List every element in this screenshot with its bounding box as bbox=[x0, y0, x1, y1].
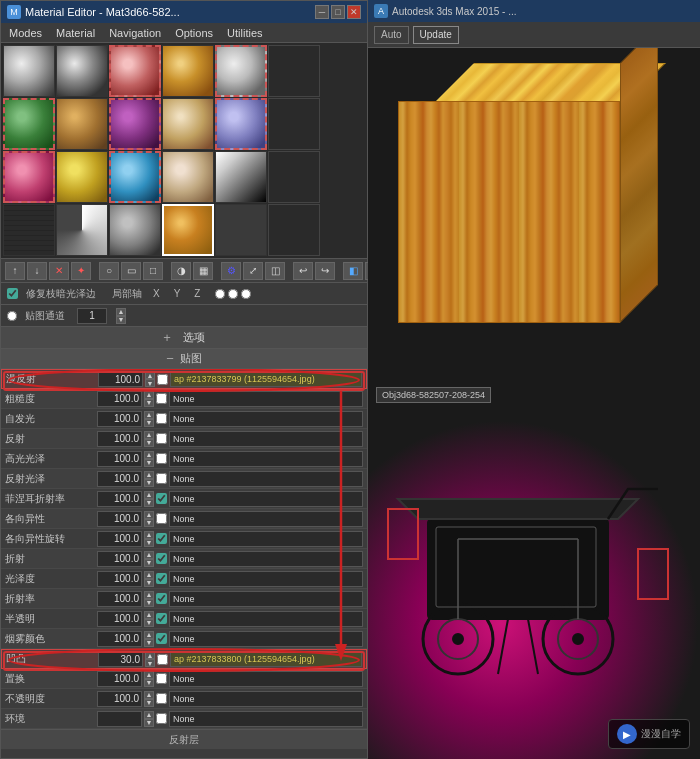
material-sphere-1[interactable] bbox=[3, 45, 55, 97]
param-value-refract[interactable] bbox=[97, 551, 142, 567]
reflect-up[interactable]: ▲ bbox=[144, 431, 154, 439]
menu-material[interactable]: Material bbox=[52, 25, 99, 41]
material-sphere-9[interactable] bbox=[109, 98, 161, 150]
param-check-reflgloss[interactable] bbox=[156, 473, 167, 484]
env-down[interactable]: ▼ bbox=[144, 719, 154, 727]
auto-render-button[interactable]: Auto bbox=[374, 26, 409, 44]
bump-up[interactable]: ▲ bbox=[145, 651, 155, 659]
material-sphere-7[interactable] bbox=[3, 98, 55, 150]
material-sphere-15[interactable] bbox=[109, 151, 161, 203]
param-map-displace[interactable]: None bbox=[169, 671, 363, 687]
param-map-higloss[interactable]: None bbox=[169, 451, 363, 467]
param-map-fresnel[interactable]: None bbox=[169, 491, 363, 507]
fogcolor-down[interactable]: ▼ bbox=[144, 639, 154, 647]
param-value-displace[interactable] bbox=[97, 671, 142, 687]
param-value-translucent[interactable] bbox=[97, 611, 142, 627]
displace-up[interactable]: ▲ bbox=[144, 671, 154, 679]
param-value-fresnel[interactable] bbox=[97, 491, 142, 507]
get-material-button[interactable]: ↑ bbox=[5, 262, 25, 280]
param-check-roughness[interactable] bbox=[156, 393, 167, 404]
param-value-bump[interactable] bbox=[98, 651, 143, 667]
param-map-refract[interactable]: None bbox=[169, 551, 363, 567]
magnify-button[interactable]: ◫ bbox=[265, 262, 285, 280]
gloss-up[interactable]: ▲ bbox=[144, 571, 154, 579]
param-map-translucent[interactable]: None bbox=[169, 611, 363, 627]
roughness-up[interactable]: ▲ bbox=[144, 391, 154, 399]
channel-radio[interactable] bbox=[7, 311, 17, 321]
param-value-higloss[interactable] bbox=[97, 451, 142, 467]
param-check-diffuse[interactable] bbox=[157, 374, 168, 385]
material-sphere-2[interactable] bbox=[56, 45, 108, 97]
copy-button[interactable]: ✦ bbox=[71, 262, 91, 280]
param-value-aniso-rot[interactable] bbox=[97, 531, 142, 547]
param-map-opacity[interactable]: None bbox=[169, 691, 363, 707]
material-sphere-17[interactable] bbox=[215, 151, 267, 203]
aniso-up[interactable]: ▲ bbox=[144, 511, 154, 519]
diffuse-down[interactable]: ▼ bbox=[145, 379, 155, 387]
menu-modes[interactable]: Modes bbox=[5, 25, 46, 41]
param-map-reflgloss[interactable]: None bbox=[169, 471, 363, 487]
material-sphere-8[interactable] bbox=[56, 98, 108, 150]
param-map-aniso[interactable]: None bbox=[169, 511, 363, 527]
material-sphere-11[interactable] bbox=[215, 98, 267, 150]
channel-value-input[interactable] bbox=[77, 308, 107, 324]
param-check-gloss[interactable] bbox=[156, 573, 167, 584]
opacity-up[interactable]: ▲ bbox=[144, 691, 154, 699]
collapse-maps-button[interactable]: − bbox=[166, 351, 174, 366]
param-value-aniso[interactable] bbox=[97, 511, 142, 527]
param-check-fogcolor[interactable] bbox=[156, 633, 167, 644]
selfillum-up[interactable]: ▲ bbox=[144, 411, 154, 419]
param-map-env[interactable]: None bbox=[169, 711, 363, 727]
ior-down[interactable]: ▼ bbox=[144, 599, 154, 607]
param-check-fresnel[interactable] bbox=[156, 493, 167, 504]
options-button[interactable]: ⚙ bbox=[221, 262, 241, 280]
reflgloss-down[interactable]: ▼ bbox=[144, 479, 154, 487]
diffuse-up[interactable]: ▲ bbox=[145, 371, 155, 379]
reset-view-button[interactable]: ◧ bbox=[343, 262, 363, 280]
param-check-ior[interactable] bbox=[156, 593, 167, 604]
material-sphere-4[interactable] bbox=[162, 45, 214, 97]
param-map-selfillum[interactable]: None bbox=[169, 411, 363, 427]
go-to-parent-button[interactable]: ↩ bbox=[293, 262, 313, 280]
maximize-button[interactable]: □ bbox=[331, 5, 345, 19]
translucent-down[interactable]: ▼ bbox=[144, 619, 154, 627]
param-value-reflgloss[interactable] bbox=[97, 471, 142, 487]
material-sphere-24[interactable] bbox=[268, 204, 320, 256]
material-sphere-22[interactable] bbox=[162, 204, 214, 256]
param-check-higloss[interactable] bbox=[156, 453, 167, 464]
param-map-bump[interactable]: ap #2137833800 (1125594654.jpg) bbox=[170, 651, 362, 667]
3d-viewport[interactable] bbox=[368, 48, 700, 388]
env-up[interactable]: ▲ bbox=[144, 711, 154, 719]
material-sphere-19[interactable] bbox=[3, 204, 55, 256]
param-map-reflect[interactable]: None bbox=[169, 431, 363, 447]
reflect-down[interactable]: ▼ bbox=[144, 439, 154, 447]
param-check-displace[interactable] bbox=[156, 673, 167, 684]
material-sphere-16[interactable] bbox=[162, 151, 214, 203]
material-sphere-6[interactable] bbox=[268, 45, 320, 97]
param-check-bump[interactable] bbox=[157, 654, 168, 665]
scene-viewport[interactable]: Obj3d68-582507-208-254 bbox=[368, 379, 700, 759]
cylinder-view-button[interactable]: ▭ bbox=[121, 262, 141, 280]
add-options-button[interactable]: + bbox=[163, 330, 171, 345]
displace-down[interactable]: ▼ bbox=[144, 679, 154, 687]
material-sphere-13[interactable] bbox=[3, 151, 55, 203]
material-sphere-10[interactable] bbox=[162, 98, 214, 150]
aniso-down[interactable]: ▼ bbox=[144, 519, 154, 527]
param-check-translucent[interactable] bbox=[156, 613, 167, 624]
menu-options[interactable]: Options bbox=[171, 25, 217, 41]
param-check-aniso[interactable] bbox=[156, 513, 167, 524]
axis-radio-x[interactable] bbox=[215, 289, 225, 299]
param-check-refract[interactable] bbox=[156, 553, 167, 564]
higloss-up[interactable]: ▲ bbox=[144, 451, 154, 459]
param-value-env[interactable] bbox=[97, 711, 142, 727]
axis-radio-z[interactable] bbox=[241, 289, 251, 299]
background-button[interactable]: ▦ bbox=[193, 262, 213, 280]
reflgloss-up[interactable]: ▲ bbox=[144, 471, 154, 479]
higloss-down[interactable]: ▼ bbox=[144, 459, 154, 467]
param-map-fogcolor[interactable]: None bbox=[169, 631, 363, 647]
material-sphere-3[interactable] bbox=[109, 45, 161, 97]
material-sphere-21[interactable] bbox=[109, 204, 161, 256]
material-sphere-23[interactable] bbox=[215, 204, 267, 256]
channel-up-button[interactable]: ▲ bbox=[116, 308, 126, 316]
param-value-diffuse[interactable] bbox=[98, 371, 143, 387]
